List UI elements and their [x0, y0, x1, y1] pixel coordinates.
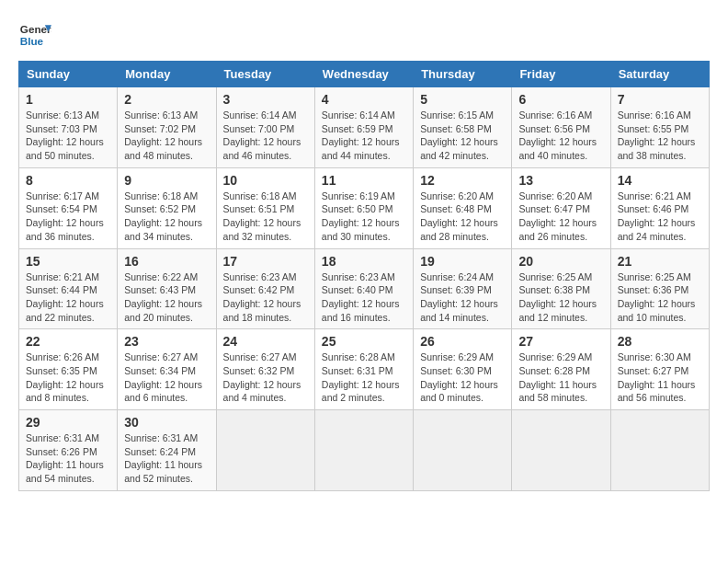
- day-info: Sunrise: 6:13 AM Sunset: 7:03 PM Dayligh…: [26, 109, 110, 163]
- day-number: 1: [26, 92, 110, 107]
- day-number: 12: [420, 173, 505, 188]
- table-cell: 25Sunrise: 6:28 AM Sunset: 6:31 PM Dayli…: [314, 329, 413, 410]
- day-info: Sunrise: 6:14 AM Sunset: 6:59 PM Dayligh…: [322, 109, 406, 163]
- day-info: Sunrise: 6:27 AM Sunset: 6:32 PM Dayligh…: [223, 350, 308, 405]
- table-cell: [512, 410, 610, 491]
- week-row-0: 1Sunrise: 6:13 AM Sunset: 7:03 PM Daylig…: [19, 87, 710, 168]
- table-cell: 14Sunrise: 6:21 AM Sunset: 6:46 PM Dayli…: [610, 167, 709, 248]
- day-info: Sunrise: 6:31 AM Sunset: 6:24 PM Dayligh…: [124, 431, 209, 486]
- day-info: Sunrise: 6:21 AM Sunset: 6:44 PM Dayligh…: [26, 270, 110, 325]
- day-info: Sunrise: 6:13 AM Sunset: 7:02 PM Dayligh…: [124, 109, 209, 163]
- day-number: 11: [322, 173, 406, 188]
- table-cell: 12Sunrise: 6:20 AM Sunset: 6:48 PM Dayli…: [414, 167, 512, 248]
- day-number: 7: [618, 92, 702, 107]
- day-info: Sunrise: 6:27 AM Sunset: 6:34 PM Dayligh…: [124, 350, 209, 405]
- table-cell: 10Sunrise: 6:18 AM Sunset: 6:51 PM Dayli…: [216, 167, 314, 248]
- day-number: 14: [618, 173, 702, 188]
- logo-icon: General Blue: [18, 18, 51, 52]
- day-number: 22: [26, 334, 110, 349]
- table-cell: 6Sunrise: 6:16 AM Sunset: 6:56 PM Daylig…: [512, 87, 610, 168]
- week-row-3: 22Sunrise: 6:26 AM Sunset: 6:35 PM Dayli…: [19, 329, 710, 410]
- day-info: Sunrise: 6:25 AM Sunset: 6:36 PM Dayligh…: [618, 270, 702, 325]
- day-info: Sunrise: 6:31 AM Sunset: 6:26 PM Dayligh…: [26, 431, 110, 486]
- table-cell: 2Sunrise: 6:13 AM Sunset: 7:02 PM Daylig…: [118, 87, 216, 168]
- table-cell: 24Sunrise: 6:27 AM Sunset: 6:32 PM Dayli…: [216, 329, 314, 410]
- table-cell: 15Sunrise: 6:21 AM Sunset: 6:44 PM Dayli…: [19, 248, 118, 329]
- day-info: Sunrise: 6:20 AM Sunset: 6:47 PM Dayligh…: [518, 190, 603, 244]
- table-cell: 16Sunrise: 6:22 AM Sunset: 6:43 PM Dayli…: [118, 248, 216, 329]
- day-number: 6: [518, 92, 603, 107]
- table-cell: 17Sunrise: 6:23 AM Sunset: 6:42 PM Dayli…: [216, 248, 314, 329]
- table-cell: [216, 410, 314, 491]
- svg-text:General: General: [20, 23, 51, 35]
- table-cell: 13Sunrise: 6:20 AM Sunset: 6:47 PM Dayli…: [512, 167, 610, 248]
- table-cell: [314, 410, 413, 491]
- table-cell: 27Sunrise: 6:29 AM Sunset: 6:28 PM Dayli…: [512, 329, 610, 410]
- table-cell: 11Sunrise: 6:19 AM Sunset: 6:50 PM Dayli…: [314, 167, 413, 248]
- table-cell: 5Sunrise: 6:15 AM Sunset: 6:58 PM Daylig…: [414, 87, 512, 168]
- week-row-4: 29Sunrise: 6:31 AM Sunset: 6:26 PM Dayli…: [19, 410, 710, 491]
- day-number: 16: [124, 254, 209, 269]
- table-cell: 23Sunrise: 6:27 AM Sunset: 6:34 PM Dayli…: [118, 329, 216, 410]
- day-number: 24: [223, 334, 308, 349]
- day-number: 26: [420, 334, 505, 349]
- col-friday: Friday: [512, 62, 610, 87]
- table-cell: 28Sunrise: 6:30 AM Sunset: 6:27 PM Dayli…: [610, 329, 709, 410]
- table-cell: 20Sunrise: 6:25 AM Sunset: 6:38 PM Dayli…: [512, 248, 610, 329]
- day-number: 8: [26, 173, 110, 188]
- table-cell: 1Sunrise: 6:13 AM Sunset: 7:03 PM Daylig…: [19, 87, 118, 168]
- day-number: 15: [26, 254, 110, 269]
- day-info: Sunrise: 6:20 AM Sunset: 6:48 PM Dayligh…: [420, 190, 505, 244]
- day-number: 25: [322, 334, 406, 349]
- day-info: Sunrise: 6:24 AM Sunset: 6:39 PM Dayligh…: [420, 270, 505, 325]
- week-row-2: 15Sunrise: 6:21 AM Sunset: 6:44 PM Dayli…: [19, 248, 710, 329]
- day-info: Sunrise: 6:21 AM Sunset: 6:46 PM Dayligh…: [618, 190, 702, 244]
- col-monday: Monday: [118, 62, 216, 87]
- day-number: 17: [223, 254, 308, 269]
- svg-text:Blue: Blue: [20, 35, 44, 47]
- day-number: 19: [420, 254, 505, 269]
- day-info: Sunrise: 6:16 AM Sunset: 6:55 PM Dayligh…: [618, 109, 702, 163]
- day-number: 2: [124, 92, 209, 107]
- day-info: Sunrise: 6:25 AM Sunset: 6:38 PM Dayligh…: [518, 270, 603, 325]
- day-number: 18: [322, 254, 406, 269]
- table-cell: 4Sunrise: 6:14 AM Sunset: 6:59 PM Daylig…: [314, 87, 413, 168]
- calendar-header-row: Sunday Monday Tuesday Wednesday Thursday…: [19, 62, 710, 87]
- day-number: 28: [618, 334, 702, 349]
- day-number: 29: [26, 415, 110, 430]
- day-number: 23: [124, 334, 209, 349]
- day-info: Sunrise: 6:14 AM Sunset: 7:00 PM Dayligh…: [223, 109, 308, 163]
- day-number: 10: [223, 173, 308, 188]
- day-number: 4: [322, 92, 406, 107]
- day-info: Sunrise: 6:29 AM Sunset: 6:28 PM Dayligh…: [518, 350, 603, 405]
- table-cell: 22Sunrise: 6:26 AM Sunset: 6:35 PM Dayli…: [19, 329, 118, 410]
- table-cell: 3Sunrise: 6:14 AM Sunset: 7:00 PM Daylig…: [216, 87, 314, 168]
- table-cell: 30Sunrise: 6:31 AM Sunset: 6:24 PM Dayli…: [118, 410, 216, 491]
- day-info: Sunrise: 6:26 AM Sunset: 6:35 PM Dayligh…: [26, 350, 110, 405]
- day-number: 9: [124, 173, 209, 188]
- table-cell: 7Sunrise: 6:16 AM Sunset: 6:55 PM Daylig…: [610, 87, 709, 168]
- day-number: 13: [518, 173, 603, 188]
- day-info: Sunrise: 6:18 AM Sunset: 6:51 PM Dayligh…: [223, 190, 308, 244]
- day-info: Sunrise: 6:18 AM Sunset: 6:52 PM Dayligh…: [124, 190, 209, 244]
- table-cell: [414, 410, 512, 491]
- table-cell: [610, 410, 709, 491]
- day-number: 21: [618, 254, 702, 269]
- day-info: Sunrise: 6:17 AM Sunset: 6:54 PM Dayligh…: [26, 190, 110, 244]
- day-number: 5: [420, 92, 505, 107]
- day-info: Sunrise: 6:29 AM Sunset: 6:30 PM Dayligh…: [420, 350, 505, 405]
- header: General Blue: [18, 18, 710, 52]
- logo: General Blue: [18, 18, 57, 52]
- table-cell: 9Sunrise: 6:18 AM Sunset: 6:52 PM Daylig…: [118, 167, 216, 248]
- day-number: 27: [518, 334, 603, 349]
- table-cell: 19Sunrise: 6:24 AM Sunset: 6:39 PM Dayli…: [414, 248, 512, 329]
- day-info: Sunrise: 6:16 AM Sunset: 6:56 PM Dayligh…: [518, 109, 603, 163]
- table-cell: 18Sunrise: 6:23 AM Sunset: 6:40 PM Dayli…: [314, 248, 413, 329]
- day-info: Sunrise: 6:19 AM Sunset: 6:50 PM Dayligh…: [322, 190, 406, 244]
- day-info: Sunrise: 6:28 AM Sunset: 6:31 PM Dayligh…: [322, 350, 406, 405]
- day-info: Sunrise: 6:23 AM Sunset: 6:42 PM Dayligh…: [223, 270, 308, 325]
- day-info: Sunrise: 6:22 AM Sunset: 6:43 PM Dayligh…: [124, 270, 209, 325]
- day-number: 20: [518, 254, 603, 269]
- day-info: Sunrise: 6:15 AM Sunset: 6:58 PM Dayligh…: [420, 109, 505, 163]
- col-wednesday: Wednesday: [314, 62, 413, 87]
